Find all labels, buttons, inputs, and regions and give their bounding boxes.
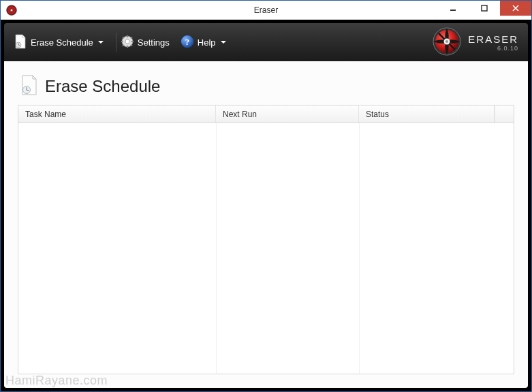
window-controls — [437, 1, 531, 16]
brand-name: ERASER — [468, 33, 518, 45]
page-title: Erase Schedule — [45, 77, 160, 96]
erase-schedule-menu[interactable]: Erase Schedule — [14, 34, 104, 51]
svg-rect-9 — [121, 41, 123, 42]
document-icon — [14, 34, 27, 51]
settings-button[interactable]: Settings — [121, 35, 170, 50]
help-icon: ? — [181, 35, 194, 50]
content-area: Erase Schedule Task Name Next Run Status — [4, 61, 528, 388]
chevron-down-icon — [98, 41, 104, 44]
settings-label: Settings — [138, 37, 170, 48]
table-header-row: Task Name Next Run Status — [18, 105, 514, 123]
brand-version: 6.0.10 — [468, 45, 518, 52]
maximize-button[interactable] — [469, 1, 500, 16]
gear-icon — [121, 35, 134, 50]
schedule-table[interactable]: Task Name Next Run Status — [18, 105, 514, 374]
help-label: Help — [198, 37, 216, 48]
svg-rect-7 — [127, 35, 128, 37]
help-menu[interactable]: ? Help — [181, 35, 226, 50]
app-window: Eraser — [0, 0, 532, 392]
toolbar-separator — [116, 33, 116, 52]
minimize-button[interactable] — [437, 1, 469, 16]
svg-text:?: ? — [185, 37, 190, 47]
column-header-status[interactable]: Status — [359, 105, 495, 122]
column-header-next-run[interactable]: Next Run — [216, 105, 359, 122]
page-header: Erase Schedule — [20, 75, 514, 98]
svg-point-2 — [11, 9, 13, 11]
table-body[interactable] — [18, 123, 514, 374]
svg-rect-10 — [131, 41, 134, 42]
brand-block: ERASER 6.0.10 — [433, 27, 518, 58]
app-icon — [6, 5, 17, 16]
svg-point-22 — [445, 40, 448, 43]
svg-rect-4 — [482, 5, 487, 11]
close-button[interactable] — [500, 1, 531, 16]
column-header-spacer — [495, 105, 514, 122]
erase-schedule-label: Erase Schedule — [31, 37, 93, 48]
schedule-page-icon — [20, 75, 38, 98]
svg-rect-8 — [127, 46, 128, 48]
app-chrome: Erase Schedule — [1, 20, 531, 391]
svg-rect-3 — [450, 10, 456, 11]
column-header-task-name[interactable]: Task Name — [18, 105, 216, 122]
main-toolbar: Erase Schedule — [4, 23, 528, 61]
eraser-logo-icon — [433, 27, 461, 58]
chevron-down-icon — [221, 41, 226, 44]
svg-point-15 — [125, 39, 129, 44]
title-bar: Eraser — [1, 1, 531, 20]
